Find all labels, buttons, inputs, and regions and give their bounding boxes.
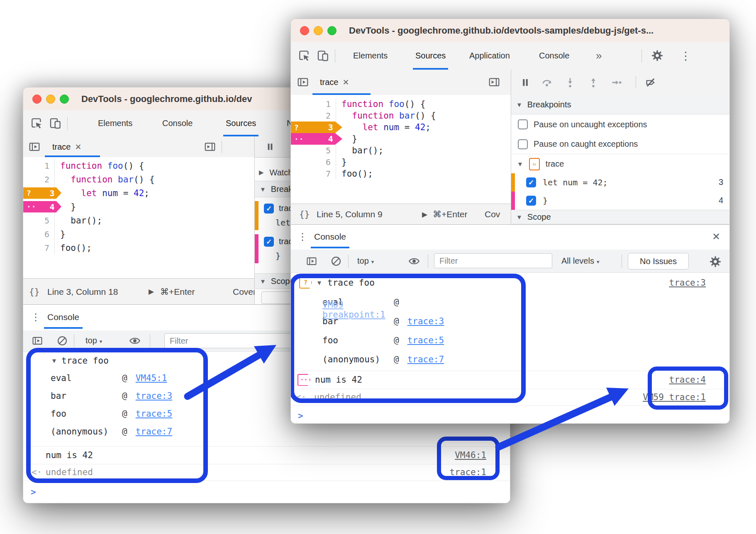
breakpoint-badge[interactable]: ··4: [23, 201, 61, 213]
console-filter-input[interactable]: [434, 253, 552, 268]
inspect-icon[interactable]: [298, 49, 311, 62]
gear-icon[interactable]: [651, 49, 663, 62]
line-number-gutter[interactable]: 2: [23, 172, 55, 186]
coverage-label[interactable]: Cover: [233, 287, 254, 297]
titlebar[interactable]: DevTools - googlechrome.github.io/devtoo…: [291, 19, 729, 42]
scope-section-header[interactable]: ▼Scope: [511, 210, 730, 224]
log-level-selector[interactable]: All levels▾: [561, 256, 599, 266]
step-into-icon[interactable]: [564, 77, 576, 88]
line-number-gutter[interactable]: 2: [291, 110, 336, 121]
maximize-traffic-light[interactable]: [60, 95, 69, 104]
breakpoint-badge[interactable]: ··4: [291, 133, 342, 145]
inspect-icon[interactable]: [30, 117, 43, 130]
console-sidebar-icon[interactable]: [306, 255, 317, 267]
drawer-menu-icon[interactable]: ⋮: [298, 231, 307, 243]
clear-console-icon[interactable]: [56, 335, 68, 347]
source-editor[interactable]: 1function foo() {2 function bar() {?3 le…: [23, 157, 254, 280]
console-sidebar-icon[interactable]: [32, 335, 43, 347]
line-number-gutter[interactable]: 5: [291, 145, 336, 156]
source-editor[interactable]: 1function foo() {2 function bar() {?3 le…: [291, 95, 511, 207]
no-issues-button[interactable]: No Issues: [628, 253, 689, 269]
breakpoint-entry[interactable]: ✓ let num = 42; 3: [511, 173, 730, 192]
scope-filter-box[interactable]: [261, 291, 291, 304]
pause-icon[interactable]: [265, 141, 276, 152]
line-number-gutter[interactable]: ?3: [291, 121, 336, 133]
breakpoint-badge[interactable]: ?3: [291, 121, 342, 133]
line-number-gutter[interactable]: 1: [23, 159, 55, 172]
eye-icon[interactable]: [408, 255, 420, 267]
file-tab-trace[interactable]: trace✕: [317, 70, 366, 95]
maximize-traffic-light[interactable]: [327, 26, 337, 35]
breakpoint-checkbox[interactable]: ✓: [526, 177, 536, 187]
line-number-gutter[interactable]: 7: [291, 168, 336, 180]
close-file-icon[interactable]: ✕: [342, 78, 349, 87]
step-over-icon[interactable]: [541, 77, 553, 88]
device-toolbar-icon[interactable]: [317, 49, 330, 62]
close-file-icon[interactable]: ✕: [75, 142, 81, 152]
drawer-tab-console[interactable]: Console: [314, 232, 346, 242]
source-link[interactable]: trace:4: [669, 375, 706, 385]
deactivate-breakpoints-icon[interactable]: [645, 77, 656, 88]
eye-icon[interactable]: [129, 335, 141, 347]
stack-source-link[interactable]: trace:5: [407, 335, 444, 345]
tab-sources[interactable]: Sources: [415, 42, 446, 70]
show-navigator-icon[interactable]: [297, 76, 309, 88]
source-link[interactable]: VM46:1: [455, 450, 486, 460]
line-number-gutter[interactable]: ··4: [23, 200, 55, 214]
step-icon[interactable]: [611, 77, 622, 88]
stack-source-link[interactable]: VM45:1: [136, 373, 167, 383]
tab-elements[interactable]: Elements: [98, 110, 132, 136]
console-prompt-row[interactable]: >: [23, 481, 510, 503]
source-link[interactable]: trace:3: [669, 278, 706, 288]
format-button[interactable]: {}: [29, 287, 39, 297]
close-drawer-icon[interactable]: ✕: [712, 231, 720, 243]
clear-console-icon[interactable]: [330, 255, 342, 267]
line-number-gutter[interactable]: ?3: [23, 186, 55, 200]
minimize-traffic-light[interactable]: [314, 26, 323, 35]
line-number-gutter[interactable]: ··4: [291, 133, 336, 145]
line-number-gutter[interactable]: 5: [23, 214, 55, 227]
pause-icon[interactable]: [519, 77, 531, 88]
line-number-gutter[interactable]: 6: [291, 156, 336, 168]
breakpoint-checkbox[interactable]: ✓: [264, 204, 274, 214]
tab-sources[interactable]: Sources: [226, 110, 256, 136]
coverage-label[interactable]: Cov: [485, 209, 500, 219]
main-menu-icon[interactable]: ⋮: [680, 49, 691, 63]
line-number-gutter[interactable]: 7: [23, 241, 55, 255]
file-tab-trace[interactable]: trace✕: [49, 136, 96, 157]
step-out-icon[interactable]: [588, 77, 599, 88]
minimize-traffic-light[interactable]: [46, 95, 55, 104]
console-prompt-row[interactable]: >: [291, 405, 729, 424]
device-toolbar-icon[interactable]: [49, 117, 62, 130]
console-settings-gear-icon[interactable]: [709, 255, 722, 268]
pause-caught-row[interactable]: Pause on caught exceptions: [511, 134, 730, 154]
console-group-row[interactable]: ? ▼ trace foo trace:3: [291, 274, 729, 291]
line-number-gutter[interactable]: 6: [23, 227, 55, 241]
pause-caught-checkbox[interactable]: [518, 139, 528, 149]
tab-application[interactable]: Application: [469, 42, 510, 70]
source-link[interactable]: VM59 trace:1: [643, 392, 706, 402]
breakpoint-checkbox[interactable]: ✓: [264, 237, 274, 247]
breakpoint-checkbox[interactable]: ✓: [526, 196, 536, 206]
expand-icon[interactable]: ▼: [317, 279, 321, 286]
tab-console[interactable]: Console: [162, 110, 193, 136]
drawer-tab-console[interactable]: Console: [47, 312, 79, 322]
stack-source-link[interactable]: trace:7: [136, 427, 173, 437]
drawer-menu-icon[interactable]: ⋮: [31, 311, 41, 323]
format-button[interactable]: {}: [299, 209, 310, 219]
context-selector[interactable]: top▾: [85, 336, 102, 345]
line-number-gutter[interactable]: 1: [291, 98, 336, 110]
stack-source-link[interactable]: trace:3: [407, 316, 444, 326]
tab-elements[interactable]: Elements: [353, 42, 388, 70]
source-link[interactable]: trace:1: [449, 467, 486, 477]
show-debugger-icon[interactable]: [488, 76, 500, 88]
breakpoints-section-header[interactable]: ▼Breakpoints: [511, 95, 730, 114]
stack-source-link[interactable]: trace:3: [136, 391, 173, 401]
tab-console[interactable]: Console: [539, 42, 569, 70]
stack-source-link[interactable]: trace:5: [136, 409, 173, 419]
more-tabs-icon[interactable]: »: [596, 42, 602, 70]
close-traffic-light[interactable]: [300, 26, 309, 35]
stack-source-link[interactable]: trace:7: [407, 354, 444, 364]
breakpoint-badge[interactable]: ?3: [23, 187, 61, 199]
pause-uncaught-checkbox[interactable]: [518, 119, 528, 129]
